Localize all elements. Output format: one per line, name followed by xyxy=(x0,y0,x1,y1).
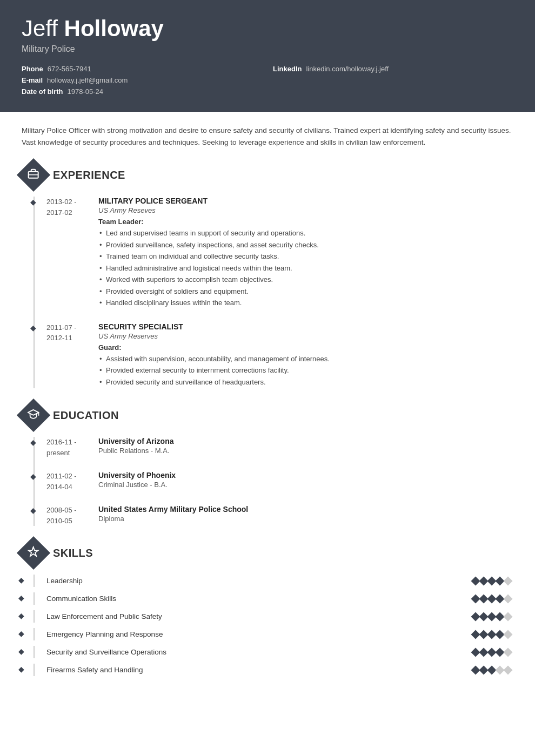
main-content: Military Police Officer with strong moti… xyxy=(0,112,535,713)
edu3-date-start: 2008-05 - xyxy=(46,505,90,516)
edu3-content: United States Army Military Police Schoo… xyxy=(98,505,513,526)
experience-icon-diamond xyxy=(17,158,50,192)
empty-diamond xyxy=(504,630,513,639)
exp1-role: Team Leader: xyxy=(98,218,513,226)
skill-name: Security and Surveillance Operations xyxy=(46,646,472,658)
exp2-role: Guard: xyxy=(98,343,513,352)
bullet-item: Handled disciplinary issues within the t… xyxy=(98,298,513,308)
exp2-title: SECURITY SPECIALIST xyxy=(98,322,513,331)
contacts-grid: Phone 672-565-7941 LinkedIn linkedin.com… xyxy=(22,65,513,96)
edu2-title: University of Phoenix xyxy=(98,471,513,480)
phone-value: 672-565-7941 xyxy=(48,65,91,73)
linkedin-value: linkedin.com/holloway.j.jeff xyxy=(306,65,389,73)
skill-rating xyxy=(472,596,513,602)
experience-title: EXPERIENCE xyxy=(53,169,125,181)
skill-item-3: Emergency Planning and Response xyxy=(34,628,513,640)
bullet-item: Led and supervised teams in support of s… xyxy=(98,228,513,239)
bullet-item: Assisted with supervision, accountabilit… xyxy=(98,354,513,364)
exp2-date-end: 2012-11 xyxy=(46,333,90,343)
skill-rating xyxy=(472,649,513,656)
skill-item-4: Security and Surveillance Operations xyxy=(34,646,513,658)
skill-rating xyxy=(472,667,513,673)
empty-diamond xyxy=(504,594,513,603)
experience-section: EXPERIENCE 2013-02 - 2017-02 MILITARY PO… xyxy=(22,163,513,388)
education-timeline: 2016-11 - present University of Arizona … xyxy=(34,437,513,526)
edu3-desc: Diploma xyxy=(98,515,513,523)
skills-title: SKILLS xyxy=(53,547,93,559)
edu1-content: University of Arizona Public Relations -… xyxy=(98,437,513,458)
edu1-title: University of Arizona xyxy=(98,437,513,446)
dob-label: Date of birth xyxy=(22,87,63,96)
bullet-item: Provided external security to internment… xyxy=(98,365,513,376)
skills-header: SKILLS xyxy=(22,541,513,565)
skill-name: Emergency Planning and Response xyxy=(46,628,472,640)
skill-name: Leadership xyxy=(46,575,472,587)
skill-rating xyxy=(472,631,513,638)
edu2-date: 2011-02 - 2014-04 xyxy=(46,471,90,492)
briefcase-icon xyxy=(28,168,39,183)
edu2-date-start: 2011-02 - xyxy=(46,471,90,482)
skill-item-2: Law Enforcement and Public Safety xyxy=(34,610,513,623)
exp1-date-end: 2017-02 xyxy=(46,207,90,218)
edu2-desc: Criminal Justice - B.A. xyxy=(98,481,513,489)
exp2-bullets: Assisted with supervision, accountabilit… xyxy=(98,354,513,388)
experience-timeline: 2013-02 - 2017-02 MILITARY POLICE SERGEA… xyxy=(34,197,513,388)
edu-item-2: 2011-02 - 2014-04 University of Phoenix … xyxy=(46,471,513,492)
contact-email: E-mail holloway.j.jeff@gmail.com xyxy=(22,76,262,84)
education-header: EDUCATION xyxy=(22,403,513,427)
skill-rating xyxy=(472,578,513,584)
empty-diamond xyxy=(504,576,513,585)
edu1-desc: Public Relations - M.A. xyxy=(98,447,513,455)
empty-diamond xyxy=(504,612,513,621)
linkedin-label: LinkedIn xyxy=(273,65,302,73)
skills-list-container: LeadershipCommunication SkillsLaw Enforc… xyxy=(22,575,513,676)
edu3-title: United States Army Military Police Schoo… xyxy=(98,505,513,514)
empty-diamond xyxy=(504,665,513,674)
skill-name: Communication Skills xyxy=(46,592,472,605)
skills-section: SKILLS LeadershipCommunication SkillsLaw… xyxy=(22,541,513,676)
education-title: EDUCATION xyxy=(53,409,119,422)
edu2-content: University of Phoenix Criminal Justice -… xyxy=(98,471,513,492)
experience-header: EXPERIENCE xyxy=(22,163,513,187)
skills-list: LeadershipCommunication SkillsLaw Enforc… xyxy=(22,575,513,676)
experience-item-1: 2013-02 - 2017-02 MILITARY POLICE SERGEA… xyxy=(46,197,513,309)
skill-name: Firearms Safety and Handling xyxy=(46,664,472,676)
contact-linkedin: LinkedIn linkedin.com/holloway.j.jeff xyxy=(273,65,513,73)
skills-icon-diamond xyxy=(17,536,50,570)
exp2-content: SECURITY SPECIALIST US Army Reserves Gua… xyxy=(98,322,513,389)
star-icon xyxy=(28,546,39,561)
last-name: Holloway xyxy=(64,16,164,41)
exp1-org: US Army Reseves xyxy=(98,206,513,214)
skill-item-0: Leadership xyxy=(34,575,513,587)
skill-item-5: Firearms Safety and Handling xyxy=(34,664,513,676)
bullet-item: Handled administrative and logistical ne… xyxy=(98,263,513,274)
contact-phone: Phone 672-565-7941 xyxy=(22,65,262,73)
bullet-item: Provided security and surveillance of he… xyxy=(98,377,513,388)
exp1-date-start: 2013-02 - xyxy=(46,197,90,207)
summary-text: Military Police Officer with strong moti… xyxy=(22,125,513,148)
bullet-item: Provided surveillance, safety inspection… xyxy=(98,240,513,251)
edu3-date: 2008-05 - 2010-05 xyxy=(46,505,90,526)
edu-item-1: 2016-11 - present University of Arizona … xyxy=(46,437,513,458)
candidate-name: Jeff Holloway xyxy=(22,16,513,41)
email-value: holloway.j.jeff@gmail.com xyxy=(47,76,128,84)
education-icon-diamond xyxy=(17,399,50,432)
phone-label: Phone xyxy=(22,65,43,73)
skill-name: Law Enforcement and Public Safety xyxy=(46,610,472,623)
education-section: EDUCATION 2016-11 - present University o… xyxy=(22,403,513,526)
edu1-date-start: 2016-11 - xyxy=(46,437,90,448)
email-label: E-mail xyxy=(22,76,43,84)
graduation-cap-icon xyxy=(28,408,39,423)
bullet-item: Provided oversight of soldiers and equip… xyxy=(98,286,513,297)
header: Jeff Holloway Military Police Phone 672-… xyxy=(0,0,535,112)
exp2-date-start: 2011-07 - xyxy=(46,322,90,333)
dob-value: 1978-05-24 xyxy=(68,87,104,96)
exp1-bullets: Led and supervised teams in support of s… xyxy=(98,228,513,308)
exp1-content: MILITARY POLICE SERGEANT US Army Reseves… xyxy=(98,197,513,309)
exp1-date: 2013-02 - 2017-02 xyxy=(46,197,90,309)
bullet-item: Worked with superiors to accomplish team… xyxy=(98,274,513,285)
experience-item-2: 2011-07 - 2012-11 SECURITY SPECIALIST US… xyxy=(46,322,513,389)
bullet-item: Trained team on individual and collectiv… xyxy=(98,251,513,262)
edu2-date-end: 2014-04 xyxy=(46,482,90,492)
skill-item-1: Communication Skills xyxy=(34,592,513,605)
